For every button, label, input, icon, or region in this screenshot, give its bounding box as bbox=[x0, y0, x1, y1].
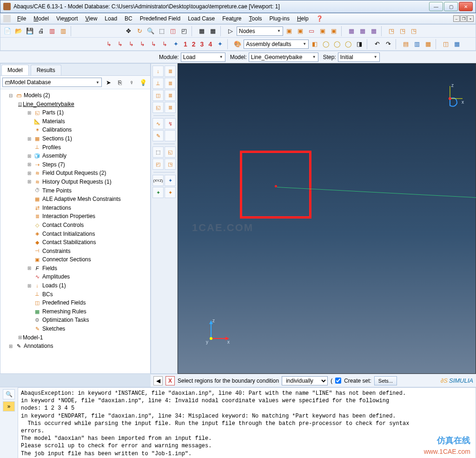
pan-icon[interactable]: ✥ bbox=[123, 26, 133, 36]
render3-icon[interactable]: ◯ bbox=[332, 39, 342, 49]
view-1[interactable]: 1 bbox=[182, 40, 189, 48]
tree-steps[interactable]: Steps (7) bbox=[42, 160, 65, 169]
tc-load-mgr-icon[interactable]: ≣ bbox=[165, 66, 176, 77]
print-icon[interactable]: 🖨 bbox=[36, 26, 46, 36]
box1-icon[interactable]: ◳ bbox=[386, 26, 397, 36]
vp1-icon[interactable]: ▦ bbox=[346, 26, 357, 36]
undo-icon[interactable]: ↶ bbox=[372, 39, 382, 49]
axis-zz-icon[interactable]: ↳ bbox=[159, 39, 170, 49]
tree-history-output[interactable]: History Output Requests (1) bbox=[42, 178, 112, 186]
rotate-icon[interactable]: ↻ bbox=[134, 26, 145, 36]
tree-constraints[interactable]: Constraints bbox=[42, 247, 71, 256]
t3-icon[interactable]: ▦ bbox=[423, 39, 433, 49]
nodes-combo[interactable]: Nodes▼ bbox=[237, 27, 283, 36]
menu-predefined[interactable]: Predefined Field bbox=[136, 14, 184, 23]
tree-model-1[interactable]: Model-1 bbox=[23, 333, 43, 342]
viewport[interactable]: 1CAE.COM z x y z x bbox=[178, 63, 476, 374]
tree-contact-init[interactable]: Contact Initializations bbox=[42, 230, 95, 239]
zoom-icon[interactable]: 🔍 bbox=[145, 26, 156, 36]
module-combo[interactable]: Load▼ bbox=[181, 53, 225, 62]
tree-arrow-icon[interactable]: ➤ bbox=[103, 77, 113, 87]
axis-zx-icon[interactable]: ↳ bbox=[148, 39, 159, 49]
tree-amplitudes[interactable]: Amplitudes bbox=[42, 272, 70, 281]
vp3-icon[interactable]: ▦ bbox=[369, 26, 379, 36]
tc-pred-mgr-icon[interactable]: ≣ bbox=[165, 90, 176, 101]
window-close-button[interactable]: ✕ bbox=[459, 2, 473, 11]
menu-file[interactable]: File bbox=[13, 14, 30, 23]
menu-tools[interactable]: Tools bbox=[245, 14, 266, 23]
model-tree[interactable]: ⊟🗃Models (2) ⊟Line_Geometrybaike ⊞◱Parts… bbox=[0, 89, 150, 373]
tc-load-icon[interactable]: ↓ bbox=[152, 66, 164, 77]
t1-icon[interactable]: ▤ bbox=[401, 39, 411, 49]
tree-interactions[interactable]: Interactions bbox=[42, 204, 71, 212]
render1-icon[interactable]: ◧ bbox=[310, 39, 320, 49]
create-set-checkbox[interactable] bbox=[335, 378, 341, 384]
tree-connector[interactable]: Connector Sections bbox=[42, 255, 91, 264]
menu-plugins[interactable]: Plug-ins bbox=[266, 14, 293, 23]
tab-results[interactable]: Results bbox=[31, 65, 61, 75]
tree-models[interactable]: Models (2) bbox=[24, 91, 50, 100]
tree-opt[interactable]: Optimization Tasks bbox=[42, 316, 89, 325]
model-db-combo[interactable]: 🗃 Model Database▼ bbox=[2, 78, 102, 87]
save-icon[interactable]: 💾 bbox=[25, 26, 35, 36]
cube2-icon[interactable]: ▣ bbox=[295, 26, 305, 36]
sets-button[interactable]: Sets... bbox=[374, 376, 397, 385]
tree-light-icon[interactable]: 💡 bbox=[138, 77, 148, 87]
console-search-icon[interactable]: 🔍 bbox=[3, 389, 15, 399]
tree-remesh[interactable]: Remeshing Rules bbox=[42, 307, 86, 316]
tree-fields[interactable]: Fields bbox=[42, 264, 57, 273]
db-icon-2[interactable]: ▥ bbox=[58, 26, 68, 36]
render2-icon[interactable]: ◯ bbox=[321, 39, 331, 49]
tree-active-model[interactable]: Line_Geometrybaike bbox=[23, 100, 74, 109]
tc-edit-icon[interactable]: ✎ bbox=[152, 130, 164, 141]
menu-viewport[interactable]: Viewport bbox=[53, 14, 82, 23]
orient-icon[interactable]: ◰ bbox=[179, 26, 189, 36]
axis-xz-icon[interactable]: ↳ bbox=[115, 39, 125, 49]
tc-xyz-label[interactable]: (XYZ) bbox=[152, 175, 164, 186]
tree-parts[interactable]: Parts (1) bbox=[42, 108, 64, 117]
arrow-icon[interactable]: ▷ bbox=[225, 26, 236, 36]
tc-amp2-icon[interactable]: ↯ bbox=[165, 118, 176, 129]
grid1-icon[interactable]: ▦ bbox=[197, 26, 207, 36]
box2-icon[interactable]: ◳ bbox=[397, 26, 408, 36]
tree-calibrations[interactable]: Calibrations bbox=[42, 126, 72, 134]
prompt-cancel-button[interactable]: X bbox=[165, 376, 175, 385]
tree-copy-icon[interactable]: ⎘ bbox=[115, 77, 125, 87]
render5-icon[interactable]: ◨ bbox=[354, 39, 364, 49]
open-icon[interactable]: 📂 bbox=[13, 26, 24, 36]
menu-whatsthis[interactable]: ❓ bbox=[312, 14, 327, 23]
prompt-mode-combo[interactable]: individually bbox=[282, 376, 328, 385]
axis-yx-icon[interactable]: ↳ bbox=[126, 39, 136, 49]
console-output[interactable]: AbaqusException: in keyword *INSTANCE, f… bbox=[18, 387, 476, 458]
console-cli-button[interactable]: » bbox=[3, 401, 15, 412]
tab-model[interactable]: Model bbox=[1, 65, 29, 75]
menu-view[interactable]: View bbox=[82, 14, 101, 23]
tc-bc-icon[interactable]: ⊥ bbox=[152, 78, 164, 89]
tc-pred-icon[interactable]: ◫ bbox=[152, 90, 164, 101]
tree-filter-icon[interactable]: ♀ bbox=[126, 77, 137, 87]
axis-xy-icon[interactable]: ↳ bbox=[104, 39, 114, 49]
new-icon[interactable]: 📄 bbox=[2, 26, 13, 36]
grid2-icon[interactable]: ▦ bbox=[208, 26, 218, 36]
mdi-restore[interactable]: ❐ bbox=[460, 15, 467, 22]
t5-icon[interactable]: ▦ bbox=[452, 39, 462, 49]
tree-predef[interactable]: Predefined Fields bbox=[42, 299, 86, 307]
view-4[interactable]: 4 bbox=[206, 40, 214, 48]
tree-sections[interactable]: Sections (1) bbox=[42, 134, 72, 143]
cube3-icon[interactable]: ▣ bbox=[317, 26, 328, 36]
tree-loads[interactable]: Loads (1) bbox=[42, 281, 66, 290]
window-minimize-button[interactable]: — bbox=[429, 2, 443, 11]
menu-help[interactable]: Help bbox=[293, 14, 312, 23]
tree-contact-controls[interactable]: Contact Controls bbox=[42, 221, 84, 230]
menu-loadcase[interactable]: Load Case bbox=[184, 14, 218, 23]
view-2[interactable]: 2 bbox=[190, 40, 198, 48]
tc-sel4-icon[interactable]: ◳ bbox=[165, 159, 176, 170]
tc-amp-icon[interactable]: ∿ bbox=[152, 118, 164, 129]
cube1-icon[interactable]: ▣ bbox=[284, 26, 294, 36]
tree-assembly[interactable]: Assembly bbox=[42, 152, 66, 160]
palette-icon[interactable]: 🎨 bbox=[232, 39, 243, 49]
tc-sel2-icon[interactable]: ◱ bbox=[165, 146, 176, 158]
mdi-close[interactable]: × bbox=[467, 15, 474, 22]
menu-load[interactable]: Load bbox=[101, 14, 121, 23]
model-combo[interactable]: Line_Geometrybaike▼ bbox=[249, 53, 318, 62]
